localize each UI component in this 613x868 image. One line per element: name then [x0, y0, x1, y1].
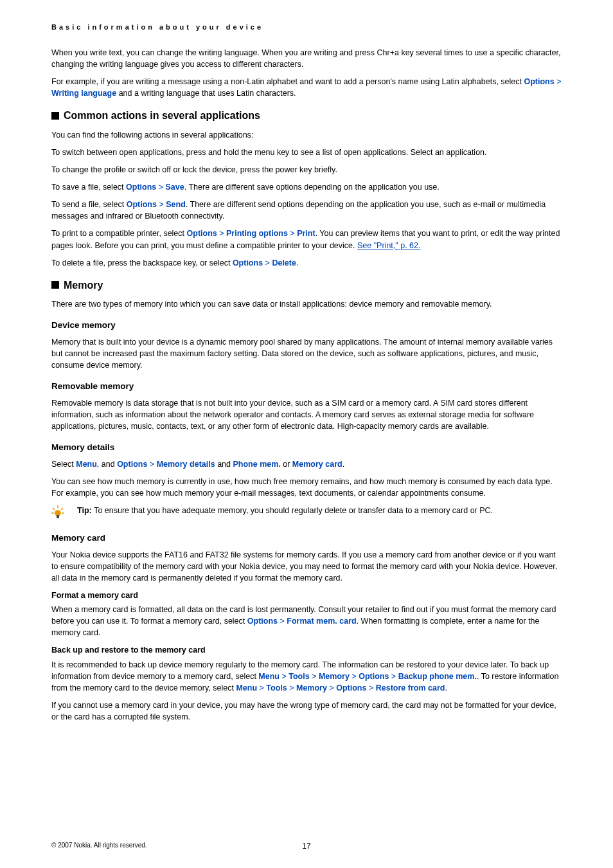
send-label: Send [166, 200, 186, 209]
chevron-icon: > [290, 229, 294, 238]
tip-row: Tip: To ensure that you have adequate me… [51, 505, 562, 523]
menu-label: Menu [236, 683, 257, 692]
chevron-icon: > [280, 617, 284, 626]
chevron-icon: > [150, 460, 154, 469]
delete-instruction: To delete a file, press the backspace ke… [51, 257, 562, 269]
chevron-icon: > [260, 683, 264, 692]
chevron-icon: > [281, 672, 286, 681]
writing-language-label: Writing language [51, 89, 116, 98]
device-memory-p1: Memory that is built into your device is… [51, 336, 562, 371]
save-label: Save [166, 183, 184, 192]
memory-details-heading: Memory details [51, 441, 562, 454]
intro-p2: For example, if you are writing a messag… [51, 76, 562, 99]
backup-restore-p: It is recommended to back up device memo… [51, 659, 562, 694]
tools-label: Tools [289, 672, 309, 681]
memory-title: Memory [64, 278, 103, 293]
common-p2: To switch between open applications, pre… [51, 147, 562, 158]
device-memory-heading: Device memory [51, 319, 562, 332]
tip-body: To ensure that you have adequate memory,… [94, 506, 493, 515]
memory-heading: Memory [51, 278, 562, 293]
tip-lightbulb-icon [51, 505, 77, 523]
memory-intro: There are two types of memory into which… [51, 298, 562, 310]
copyright-text: © 2007 Nokia. All rights reserved. [51, 842, 147, 849]
common-p1: You can find the following actions in se… [51, 129, 562, 141]
common-p3: To change the profile or switch off or l… [51, 164, 562, 176]
details-or: or [281, 460, 292, 469]
chevron-icon: > [219, 229, 224, 238]
memory-card-last: If you cannot use a memory card in your … [51, 700, 562, 723]
removable-memory-p1: Removable memory is data storage that is… [51, 397, 562, 432]
memory-card-p1: Your Nokia device supports the FAT16 and… [51, 549, 562, 584]
common-actions-heading: Common actions in several applications [51, 108, 562, 123]
square-bullet-icon [51, 281, 59, 289]
restore-from-card-label: Restore from card [376, 683, 445, 692]
details-sel-a: Select [51, 460, 76, 469]
print-instruction: To print to a compatible printer, select… [51, 228, 562, 251]
delete-text-a: To delete a file, press the backspace ke… [51, 258, 233, 267]
tip-text: Tip: To ensure that you have adequate me… [77, 505, 562, 516]
memory-details-select: Select Menu, and Options > Memory detail… [51, 458, 562, 470]
details-and-a: , and [97, 460, 117, 469]
page-footer: © 2007 Nokia. All rights reserved. 17 [51, 841, 562, 851]
print-text-a: To print to a compatible printer, select [51, 229, 187, 238]
chevron-icon: > [265, 258, 270, 267]
print-cross-ref-link[interactable]: See "Print," p. 62. [357, 241, 421, 250]
options-label: Options [117, 460, 147, 469]
delete-label: Delete [272, 258, 296, 267]
common-actions-title: Common actions in several applications [64, 108, 260, 123]
options-label: Options [524, 77, 554, 86]
options-label: Options [247, 617, 278, 626]
memory-card-heading: Memory card [51, 532, 562, 545]
intro-p2-text-a: For example, if you are writing a messag… [51, 77, 524, 86]
memory-details-p2: You can see how much memory is currently… [51, 476, 562, 499]
menu-label: Menu [76, 460, 97, 469]
save-text-a: To save a file, select [51, 183, 126, 192]
tools-label: Tools [266, 683, 287, 692]
chevron-icon: > [351, 672, 356, 681]
intro-p2-text-b: and a writing language that uses Latin c… [116, 89, 296, 98]
intro-p1: When you write text, you can change the … [51, 47, 562, 70]
svg-line-2 [53, 508, 55, 510]
options-label: Options [336, 683, 366, 692]
details-and-b: and [215, 460, 233, 469]
removable-memory-heading: Removable memory [51, 380, 562, 393]
format-memory-card-p: When a memory card is formatted, all dat… [51, 604, 562, 638]
backup-restore-heading: Back up and restore to the memory card [51, 644, 562, 656]
options-label: Options [126, 183, 156, 192]
format-mem-card-label: Format mem. card [287, 617, 356, 626]
print-label: Print [297, 229, 315, 238]
options-label: Options [187, 229, 217, 238]
svg-line-3 [61, 508, 63, 510]
page-header: Basic information about your device [51, 23, 562, 33]
phone-mem-label: Phone mem. [233, 460, 280, 469]
memory-card-label: Memory card [292, 460, 342, 469]
options-label: Options [233, 258, 263, 267]
memory-details-label: Memory details [157, 460, 215, 469]
chevron-icon: > [312, 672, 316, 681]
chevron-icon: > [556, 77, 561, 86]
chevron-icon: > [289, 683, 294, 692]
backup-phone-mem-label: Backup phone mem. [398, 672, 477, 681]
options-label: Options [359, 672, 389, 681]
chevron-icon: > [329, 683, 333, 692]
send-instruction: To send a file, select Options > Send. T… [51, 199, 562, 222]
svg-point-0 [55, 511, 60, 516]
chevron-icon: > [369, 683, 373, 692]
page-number: 17 [302, 841, 310, 852]
menu-label: Menu [258, 672, 280, 681]
svg-rect-6 [57, 515, 59, 518]
chevron-icon: > [159, 183, 163, 192]
save-instruction: To save a file, select Options > Save. T… [51, 181, 562, 193]
options-label: Options [127, 200, 157, 209]
save-text-b: . There are different save options depen… [184, 183, 440, 192]
square-bullet-icon [51, 112, 59, 120]
chevron-icon: > [391, 672, 396, 681]
memory-label: Memory [319, 672, 350, 681]
printing-options-label: Printing options [226, 229, 288, 238]
format-memory-card-heading: Format a memory card [51, 590, 562, 601]
chevron-icon: > [159, 200, 163, 209]
tip-label: Tip: [77, 506, 94, 515]
memory-label: Memory [296, 683, 327, 692]
send-text-a: To send a file, select [51, 200, 127, 209]
